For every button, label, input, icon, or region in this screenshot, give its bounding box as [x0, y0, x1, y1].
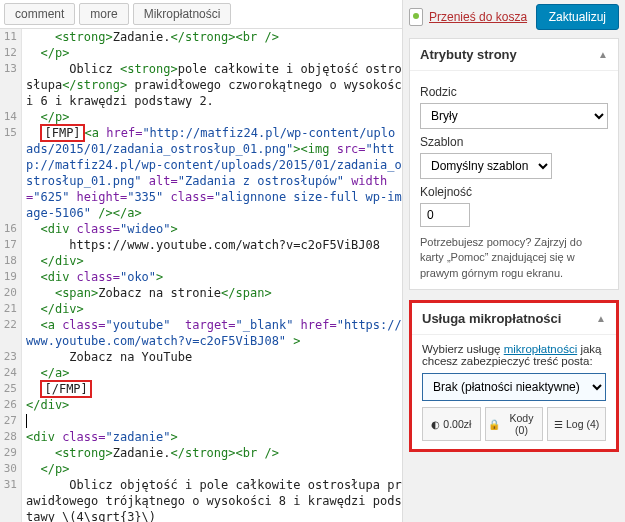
panel-title-micropayments: Usługa mikropłatności [422, 311, 561, 326]
panel-toggle-page-attributes[interactable]: Atrybuty strony ▲ [410, 39, 618, 71]
globe-icon: ◐ [431, 419, 440, 430]
chevron-up-icon: ▲ [598, 49, 608, 60]
help-text: Potrzebujesz pomocy? Zajrzyj do karty „P… [420, 235, 608, 281]
panel-title-page-attributes: Atrybuty strony [420, 47, 517, 62]
micropayment-service-select[interactable]: Brak (płatności nieaktywne) [422, 373, 606, 401]
template-select[interactable]: Domyślny szablon [420, 153, 552, 179]
template-label: Szablon [420, 135, 608, 149]
micro-intro-text: Wybierz usługę mikropłatności jaką chces… [422, 343, 602, 367]
order-input[interactable] [420, 203, 470, 227]
trash-label: Przenieś do kosza [429, 10, 527, 24]
tab-comment[interactable]: comment [4, 3, 75, 25]
chevron-up-icon: ▲ [596, 313, 606, 324]
lock-icon: 🔒 [488, 419, 500, 430]
tab-more[interactable]: more [79, 3, 128, 25]
price-button[interactable]: ◐ 0.00zł [422, 407, 481, 441]
trash-icon [409, 8, 423, 26]
code-editor[interactable]: 1112131415161718192021222324252627282930… [0, 28, 402, 522]
parent-select[interactable]: Bryły [420, 103, 608, 129]
parent-label: Rodzic [420, 85, 608, 99]
list-icon: ☰ [554, 419, 563, 430]
log-button[interactable]: ☰ Log (4) [547, 407, 606, 441]
update-button[interactable]: Zaktualizuj [536, 4, 619, 30]
micropayments-link[interactable]: mikropłatności [504, 343, 578, 355]
order-label: Kolejność [420, 185, 608, 199]
tab-micropayments[interactable]: Mikropłatności [133, 3, 232, 25]
codes-button[interactable]: 🔒 Kody (0) [485, 407, 544, 441]
panel-toggle-micropayments[interactable]: Usługa mikropłatności ▲ [412, 303, 616, 335]
move-to-trash-link[interactable]: Przenieś do kosza [409, 8, 527, 26]
